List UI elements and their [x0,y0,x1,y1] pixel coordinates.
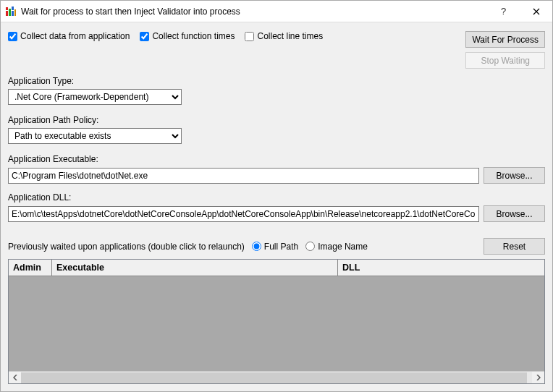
wait-for-process-button[interactable]: Wait For Process [465,31,545,48]
reset-button[interactable]: Reset [484,238,545,255]
app-dll-row: Browse... [8,205,545,222]
checkbox-row: Collect data from application Collect fu… [8,31,323,41]
app-type-label: Application Type: [8,76,545,86]
scroll-track[interactable] [21,372,532,384]
app-dll-label: Application DLL: [8,192,545,203]
top-row: Collect data from application Collect fu… [8,31,545,69]
grid-header: Admin Executable DLL [9,260,544,276]
collect-line-times-input[interactable] [245,32,254,41]
titlebar: Wait for process to start then Inject Va… [1,1,552,22]
col-executable[interactable]: Executable [52,260,338,276]
client-area: Collect data from application Collect fu… [1,22,552,391]
full-path-radio[interactable]: Full Path [252,242,298,252]
collect-fn-times-label: Collect function times [152,31,235,41]
scroll-left-icon[interactable] [9,372,21,384]
collect-data-input[interactable] [8,32,17,41]
horizontal-scrollbar[interactable] [9,371,544,383]
app-dll-input[interactable] [8,206,479,222]
prev-apps-row: Previously waited upon applications (dou… [8,238,545,255]
grid-body[interactable] [9,276,544,371]
svg-rect-2 [9,9,11,16]
collect-line-times-checkbox[interactable]: Collect line times [245,31,323,41]
collect-line-times-label: Collect line times [257,31,323,41]
app-icon [5,6,17,17]
collect-data-checkbox[interactable]: Collect data from application [8,31,130,41]
path-policy-label: Application Path Policy: [8,115,545,125]
collect-data-label: Collect data from application [20,31,130,41]
svg-rect-0 [6,7,8,10]
help-button[interactable]: ? [487,1,520,22]
browse-dll-button[interactable]: Browse... [484,205,545,222]
window-title: Wait for process to start then Inject Va… [21,7,487,17]
image-name-radio-input[interactable] [305,242,315,251]
collect-fn-times-input[interactable] [140,32,149,41]
prev-apps-label: Previously waited upon applications (dou… [8,242,245,252]
right-buttons: Wait For Process Stop Waiting [465,31,545,69]
full-path-radio-input[interactable] [252,242,261,251]
browse-exe-button[interactable]: Browse... [484,167,545,184]
path-policy-select[interactable]: Path to executable exists [8,128,182,144]
svg-rect-3 [12,7,14,10]
svg-rect-5 [14,9,16,16]
app-exe-input[interactable] [8,168,479,184]
app-exe-row: Browse... [8,167,545,184]
scroll-thumb[interactable] [21,372,527,383]
svg-rect-4 [12,11,14,16]
svg-rect-1 [6,11,8,16]
app-exe-label: Application Executable: [8,154,545,164]
image-name-radio-label: Image Name [318,242,368,252]
full-path-radio-label: Full Path [264,242,298,252]
app-type-select[interactable]: .Net Core (Framework-Dependent) [8,89,182,105]
image-name-radio[interactable]: Image Name [305,242,368,252]
col-dll[interactable]: DLL [338,260,544,276]
close-button[interactable] [520,1,552,22]
stop-waiting-button: Stop Waiting [465,52,545,69]
dialog-window: Wait for process to start then Inject Va… [0,0,553,392]
history-grid[interactable]: Admin Executable DLL [8,259,545,384]
collect-fn-times-checkbox[interactable]: Collect function times [140,31,235,41]
col-admin[interactable]: Admin [9,260,52,276]
scroll-right-icon[interactable] [532,372,544,384]
